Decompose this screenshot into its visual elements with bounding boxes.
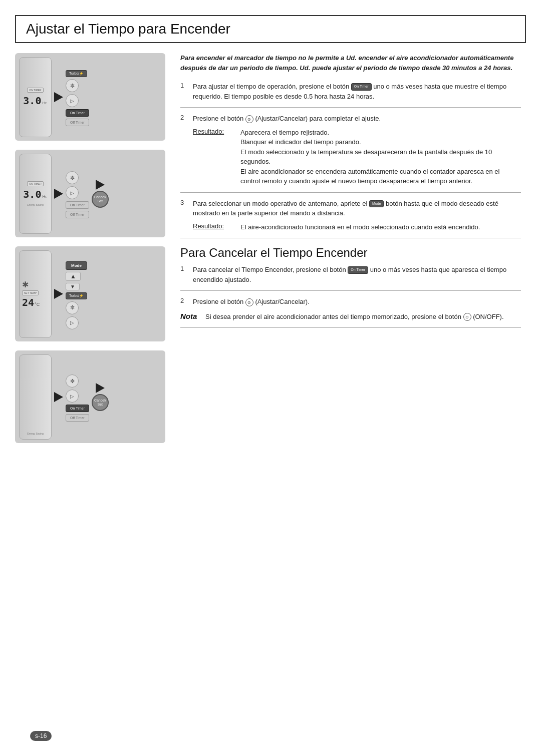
fan-button-2[interactable]: ✼ [66,171,79,184]
mode-button[interactable]: Mode [66,261,87,270]
page: Ajustar el Tiempo para Encender ON TIMER… [0,0,541,756]
fan-button[interactable]: ✼ [66,79,79,92]
display-unit: Hr. [42,101,47,105]
arrow-indicator-cancel-4 [96,383,105,393]
resultado-2: Resultado: Aparecera el tiempo rejistrad… [193,128,521,186]
step-1: 1 Para ajustar el tiempo de operación, p… [180,82,521,101]
section2-step-1-number: 1 [180,265,188,284]
nota-label: Nota [180,312,200,320]
turbo-button[interactable]: Turbo/⚡ [66,70,87,77]
section2-step-1: 1 Para cancelar el Tiempo Encender, pres… [180,265,521,284]
off-timer-button-2[interactable]: Off Timer [66,211,89,218]
temp-display: 24 °C [22,296,40,308]
intro-text: Para encender el marcador de tiempo no l… [180,53,521,73]
step-2: 2 Presione el botón ⊙ (Ajustar/Cancelar)… [180,114,521,186]
remote-illustration-3: ✱ SET TEMP 24 °C Mode ▲ ▼ Turbo [15,246,165,341]
section-2-title: Para Cancelar el Tiempo Encender [180,246,521,260]
fan-button-4[interactable]: ✼ [66,374,79,388]
adjust-cancel-icon-2[interactable]: ⊙ [245,298,253,306]
resultado-3-label: Resultado: [193,222,233,232]
on-off-icon[interactable]: ⊙ [463,313,471,321]
resultado-2-label: Resultado: [193,128,233,186]
temp-unit: °C [35,302,40,307]
section2-step-2-text: Presione el botón ⊙ (Ajustar/Cancelar). [193,297,310,307]
temp-up-button[interactable]: ▲ [66,272,81,281]
section2-step-2: 2 Presione el botón ⊙ (Ajustar/Cancelar)… [180,297,521,307]
set-temp-label: SET TEMP [22,290,39,295]
energy-saving-4: Energy Saving [27,432,44,435]
page-number: s-16 [30,731,52,741]
step-3-text: Para seleccionar un modo operativo de an… [193,200,498,217]
off-timer-button[interactable]: Off Timer [66,119,89,126]
on-timer-inline-btn[interactable]: On Timer [351,83,372,91]
on-timer-button[interactable]: On Timer [66,109,89,117]
fan-button-3[interactable]: ✼ [66,301,79,314]
nota-text: Si desea prender el aire acondicionador … [205,312,504,322]
arrow-indicator-4 [54,392,63,402]
separator-4 [180,290,521,291]
display-number-2: 3.0 [23,188,41,200]
on-timer-inline-btn-2[interactable]: On Timer [348,266,368,274]
mode-switch-button[interactable]: ▷ [66,94,79,107]
arrow-indicator-cancel [96,180,105,190]
separator-3 [180,238,521,238]
separator-5 [180,327,521,328]
temp-number: 24 [22,296,34,308]
buttons-panel-3: Mode ▲ ▼ Turbo/⚡ ✼ ▷ [66,259,87,329]
turbo-button-3[interactable]: Turbo/⚡ [66,292,87,299]
mode-btn-3[interactable]: ▷ [66,316,79,329]
step-2-content: Presione el botón ⊙ (Ajustar/Cancelar) p… [193,114,521,186]
page-footer: s-16 [0,723,541,756]
resultado-3-text: El aire-acondicionado funcionará en el m… [240,222,521,232]
arrow-indicator [54,92,63,102]
on-timer-button-4[interactable]: On Timer [66,405,89,412]
buttons-panel: Turbo/⚡ ✼ ▷ On Timer Off Timer [66,68,89,126]
resultado-2-text: Aparecera el tiempo rejistrado. Blanquar… [240,128,521,186]
on-timer-label-2: ON TIMER [27,181,43,186]
mode-btn-4[interactable]: ▷ [66,390,79,403]
cancel-group-4: Cancel/Set [92,383,109,411]
remote-display-2: 3.0 Hr. [23,188,47,200]
arrow-indicator-2 [54,189,63,199]
resultado-2-item-3: El modo seleccionado y la temperatura se… [240,147,521,167]
section2-step-1-text: Para cancelar el Tiempo Encender, presio… [193,265,521,284]
section2-step-2-number: 2 [180,297,188,307]
separator-1 [180,107,521,108]
display-number: 3.0 [23,95,41,107]
page-header: Ajustar el Tiempo para Encender [15,15,526,43]
step-2-number: 2 [180,114,188,186]
step-1-text: Para ajustar el tiempo de operación, pre… [193,82,521,101]
resultado-2-item-1: Aparecera el tiempo rejistrado. [240,128,521,138]
cancel-button-4[interactable]: Cancel/Set [92,394,109,411]
resultado-3: Resultado: El aire-acondicionado funcion… [193,222,521,232]
nota-block: Nota Si desea prender el aire acondicion… [180,312,521,322]
cancel-button[interactable]: Cancel/Set [92,191,109,208]
temp-down-button[interactable]: ▼ [66,283,80,290]
resultado-2-item-4: El aire acondicionador se encendera auto… [240,167,521,186]
page-title: Ajustar el Tiempo para Encender [26,21,515,37]
step-2-text: Presione el botón ⊙ (Ajustar/Cancelar) p… [193,115,381,122]
resultado-2-item-2: Blanquar el indicador del tiempo parando… [240,137,521,147]
star-symbol: ✱ [22,280,29,289]
remote-illustration-4: Energy Saving ✼ ▷ On Timer Off Timer Ca [15,350,165,443]
adjust-cancel-icon[interactable]: ⊙ [245,115,253,123]
on-timer-button-2[interactable]: On Timer [66,201,89,209]
left-panel: ON TIMER 3.0 Hr. Turbo/⚡ ✼ ▷ On Timer [15,43,170,723]
buttons-panel-4: ✼ ▷ On Timer Off Timer [66,372,89,422]
buttons-panel-2: ✼ ▷ On Timer Off Timer [66,169,89,218]
remote-illustration-1: ON TIMER 3.0 Hr. Turbo/⚡ ✼ ▷ On Timer [15,53,165,141]
step-3: 3 Para seleccionar un modo operativo de … [180,199,521,232]
step-3-content: Para seleccionar un modo operativo de an… [193,199,521,232]
step-1-number: 1 [180,82,188,101]
off-timer-button-4[interactable]: Off Timer [66,414,89,422]
mode-inline-btn[interactable]: Mode [369,200,384,208]
main-content: ON TIMER 3.0 Hr. Turbo/⚡ ✼ ▷ On Timer [15,43,526,723]
step-3-number: 3 [180,199,188,232]
resultado-3-item-1: El aire-acondicionado funcionará en el m… [240,222,521,232]
remote-illustration-2: ON TIMER 3.0 Hr. Energy Saving ✼ ▷ On Ti… [15,150,165,237]
cancel-group: Cancel/Set [92,180,109,208]
separator-2 [180,192,521,193]
mode-switch-button-2[interactable]: ▷ [66,186,79,199]
remote-display: 3.0 Hr. [23,95,47,107]
on-timer-label: ON TIMER [27,88,43,93]
